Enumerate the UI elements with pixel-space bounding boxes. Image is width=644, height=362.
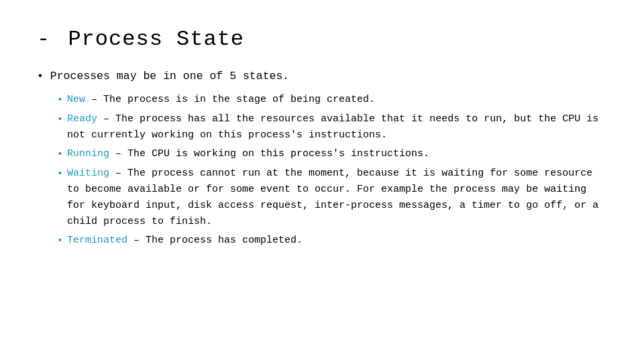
bullet-terminated-content: Terminated – The process has completed. bbox=[67, 233, 607, 249]
keyword-new: New bbox=[67, 94, 85, 105]
bullet-terminated-text: – The process has completed. bbox=[133, 235, 303, 246]
keyword-waiting: Waiting bbox=[67, 168, 109, 179]
bullet-icon: • bbox=[57, 233, 63, 249]
title-text: Process State bbox=[68, 27, 244, 52]
bullet-new-content: New – The process is in the stage of bei… bbox=[67, 92, 607, 108]
bullet-running-content: Running – The CPU is working on this pro… bbox=[67, 146, 607, 162]
sub-bullets-list: • New – The process is in the stage of b… bbox=[57, 92, 607, 252]
keyword-ready: Ready bbox=[67, 113, 97, 125]
list-item: • Terminated – The process has completed… bbox=[57, 233, 607, 249]
bullet-waiting-text: – The process cannot run at the moment, … bbox=[67, 168, 598, 227]
slide-title: - Process State bbox=[37, 27, 607, 52]
list-item: • Waiting – The process cannot run at th… bbox=[57, 166, 607, 230]
bullet-ready-content: Ready – The process has all the resource… bbox=[67, 111, 607, 143]
bullet-icon: • bbox=[57, 112, 63, 128]
list-item: • Running – The CPU is working on this p… bbox=[57, 146, 607, 163]
main-bullet: • Processes may be in one of 5 states. bbox=[37, 68, 607, 85]
bullet-icon: • bbox=[57, 93, 63, 109]
list-item: • New – The process is in the stage of b… bbox=[57, 92, 607, 109]
bullet-icon: • bbox=[57, 166, 63, 182]
bullet-waiting-content: Waiting – The process cannot run at the … bbox=[67, 166, 607, 230]
bullet-icon: • bbox=[57, 147, 63, 163]
keyword-terminated: Terminated bbox=[67, 235, 127, 246]
list-item: • Ready – The process has all the resour… bbox=[57, 111, 607, 143]
bullet-new-text: – The process is in the stage of being c… bbox=[91, 94, 375, 105]
slide-container: - Process State • Processes may be in on… bbox=[0, 0, 644, 362]
keyword-running: Running bbox=[67, 148, 109, 160]
bullet-ready-text: – The process has all the resources avai… bbox=[67, 113, 598, 141]
title-dash: - bbox=[37, 27, 50, 52]
bullet-running-text: – The CPU is working on this process's i… bbox=[115, 148, 429, 160]
